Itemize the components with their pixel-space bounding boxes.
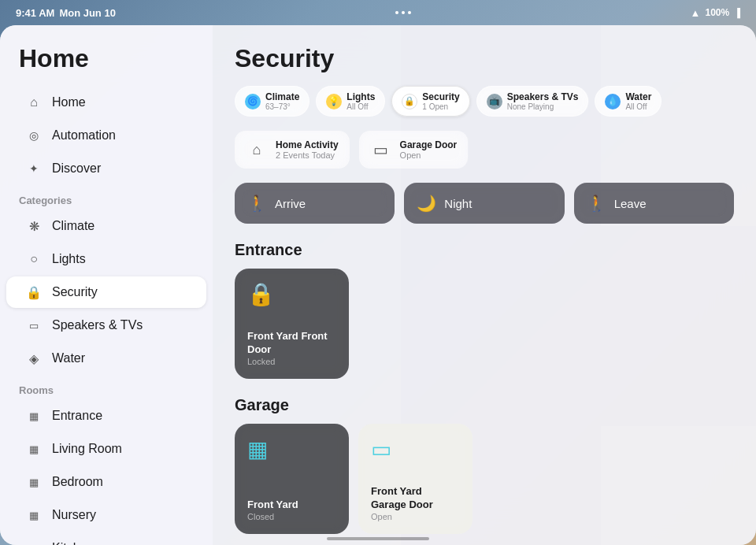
front-yard-status: Closed — [247, 512, 336, 521]
activity-bar: ⌂ Home Activity 2 Events Today ▭ Garage … — [235, 131, 734, 169]
sidebar-item-water[interactable]: ◈ Water — [6, 343, 206, 374]
front-yard-closed-card[interactable]: ▦ Front Yard Closed — [235, 424, 349, 534]
front-yard-front-door-card[interactable]: 🔒 Front Yard Front Door Locked — [235, 269, 349, 379]
tab-climate-icon: 🌀 — [245, 94, 261, 109]
tab-climate-text: Climate 63–73° — [265, 91, 299, 111]
garage-door-activity-card[interactable]: ▭ Garage Door Open — [359, 131, 469, 169]
tab-climate-status: 63–73° — [265, 102, 299, 111]
kitchen-icon: ▦ — [25, 539, 43, 545]
entrance-section-header: Entrance — [235, 241, 734, 259]
tab-speakers-name: Speakers & TVs — [507, 91, 579, 102]
sidebar-living-room-label: Living Room — [52, 442, 122, 456]
sidebar-item-nursery[interactable]: ▦ Nursery — [6, 499, 206, 531]
tab-speakers[interactable]: 📺 Speakers & TVs None Playing — [476, 86, 589, 117]
bedroom-icon: ▦ — [25, 473, 43, 491]
night-scene-button[interactable]: 🌙 Night — [404, 183, 564, 224]
arrive-scene-button[interactable]: 🚶 Arrive — [235, 183, 395, 224]
tab-security[interactable]: 🔒 Security 1 Open — [391, 86, 469, 117]
sidebar-item-lights[interactable]: ○ Lights — [6, 243, 206, 275]
home-icon: ⌂ — [25, 94, 43, 111]
categories-header: Categories — [0, 185, 213, 209]
garage-door-icon: ▭ — [370, 139, 392, 161]
sidebar-nav-discover[interactable]: ✦ Discover — [6, 153, 206, 184]
garage-door-info: Front Yard Garage Door Open — [371, 485, 460, 521]
garage-closed-icon: ▦ — [247, 436, 336, 462]
sidebar-nav-home-label: Home — [52, 95, 86, 109]
tab-lights-name: Lights — [346, 91, 375, 102]
tab-water[interactable]: 💧 Water All Off — [595, 86, 662, 117]
sidebar-climate-label: Climate — [52, 219, 94, 233]
sidebar-lights-label: Lights — [52, 252, 86, 266]
water-icon: ◈ — [25, 350, 43, 367]
tab-water-text: Water All Off — [625, 91, 651, 111]
tab-security-name: Security — [422, 91, 459, 102]
rooms-header: Rooms — [0, 375, 213, 399]
home-activity-card[interactable]: ⌂ Home Activity 2 Events Today — [235, 131, 350, 169]
garage-section-header: Garage — [235, 396, 734, 414]
tab-lights-text: Lights All Off — [346, 91, 375, 111]
tab-lights[interactable]: 💡 Lights All Off — [316, 86, 385, 117]
home-activity-icon: ⌂ — [246, 139, 268, 161]
front-door-name: Front Yard Front Door — [247, 330, 336, 357]
tab-speakers-icon: 📺 — [487, 94, 502, 109]
garage-door-device-name: Front Yard Garage Door — [371, 485, 460, 512]
sidebar-item-security[interactable]: 🔒 Security — [6, 276, 206, 308]
page-title: Security — [235, 44, 734, 73]
sidebar-item-living-room[interactable]: ▦ Living Room — [6, 433, 206, 465]
tab-water-icon: 💧 — [605, 94, 621, 109]
sidebar-item-bedroom[interactable]: ▦ Bedroom — [6, 466, 206, 498]
sidebar-item-entrance[interactable]: ▦ Entrance — [6, 400, 206, 432]
sidebar-bedroom-label: Bedroom — [52, 475, 103, 489]
garage-door-status: Open — [400, 150, 458, 160]
tab-speakers-status: None Playing — [507, 102, 579, 111]
arrive-label: Arrive — [275, 197, 306, 210]
leave-scene-button[interactable]: 🚶 Leave — [574, 183, 734, 224]
status-date: Mon Jun 10 — [59, 7, 116, 19]
leave-icon: 🚶 — [587, 194, 606, 213]
status-center — [395, 11, 411, 14]
garage-door-device-status: Open — [371, 512, 460, 521]
front-yard-info: Front Yard Closed — [247, 499, 336, 521]
home-indicator — [327, 537, 429, 540]
home-activity-title: Home Activity — [276, 139, 339, 150]
sidebar-item-speakers[interactable]: ▭ Speakers & TVs — [6, 310, 206, 341]
automation-icon: ◎ — [25, 127, 43, 144]
garage-door-device-icon: ▭ — [371, 436, 460, 462]
arrive-icon: 🚶 — [247, 194, 267, 213]
status-dot-3 — [408, 11, 411, 14]
tab-climate[interactable]: 🌀 Climate 63–73° — [235, 86, 309, 117]
night-label: Night — [444, 197, 472, 210]
sidebar-nav-home[interactable]: ⌂ Home — [6, 87, 206, 118]
garage-devices-grid: ▦ Front Yard Closed ▭ Front Yard Garage … — [235, 424, 734, 534]
speakers-icon: ▭ — [25, 317, 43, 334]
battery-level: 100% — [705, 7, 729, 18]
tab-lights-status: All Off — [346, 102, 375, 111]
tab-security-icon: 🔒 — [402, 94, 417, 109]
security-icon: 🔒 — [25, 284, 43, 301]
status-time: 9:41 AM — [16, 7, 54, 19]
entrance-room-icon: ▦ — [25, 407, 43, 425]
entrance-devices-grid: 🔒 Front Yard Front Door Locked — [235, 269, 734, 379]
climate-icon: ❋ — [25, 217, 43, 235]
garage-door-text: Garage Door Open — [400, 139, 458, 160]
sidebar-nav-discover-label: Discover — [52, 161, 101, 176]
sidebar-nav-automation-label: Automation — [52, 128, 116, 143]
sidebar-water-label: Water — [52, 351, 85, 365]
sidebar-kitchen-label: Kitchen — [52, 541, 94, 545]
app-container: Home ⌂ Home ◎ Automation ✦ Discover Cate… — [0, 25, 756, 545]
status-right: ▲ 100% ▐ — [691, 7, 740, 19]
sidebar-nav-automation[interactable]: ◎ Automation — [6, 120, 206, 151]
sidebar-title: Home — [0, 44, 213, 86]
tab-security-text: Security 1 Open — [422, 91, 459, 111]
tab-climate-name: Climate — [265, 91, 299, 102]
front-door-info: Front Yard Front Door Locked — [247, 330, 336, 366]
night-icon: 🌙 — [417, 194, 436, 213]
category-tabs: 🌀 Climate 63–73° 💡 Lights All Off 🔒 Secu… — [235, 86, 734, 117]
front-yard-garage-door-card[interactable]: ▭ Front Yard Garage Door Open — [358, 424, 472, 534]
garage-door-title: Garage Door — [400, 139, 458, 150]
front-door-status: Locked — [247, 357, 336, 366]
sidebar-nursery-label: Nursery — [52, 508, 96, 522]
sidebar-item-kitchen[interactable]: ▦ Kitchen — [6, 532, 206, 545]
lights-icon: ○ — [25, 250, 43, 268]
sidebar-item-climate[interactable]: ❋ Climate — [6, 210, 206, 242]
